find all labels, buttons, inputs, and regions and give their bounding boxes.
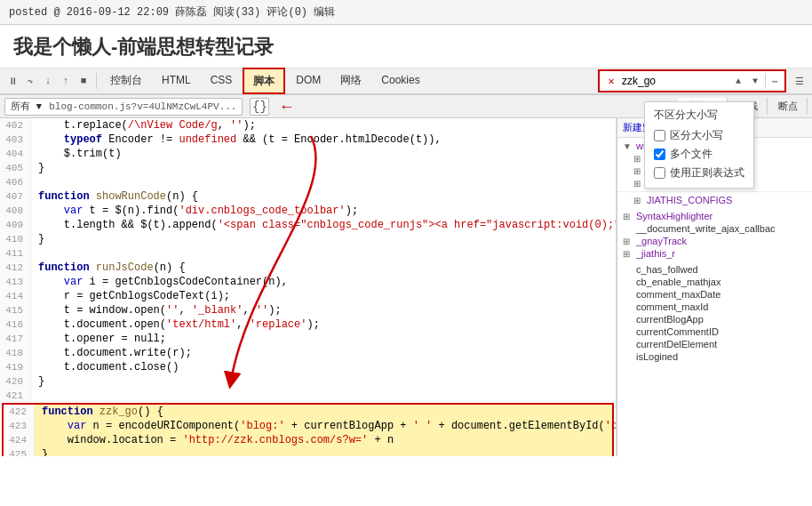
- code-line-406: 406: [0, 175, 616, 189]
- code-line-402: 402 t.replace(/\nView Code/g, '');: [0, 118, 616, 133]
- settings-icon[interactable]: ☰: [792, 73, 808, 89]
- search-options-dropdown: 不区分大小写 区分大小写 多个文件 使用正则表达式: [644, 101, 754, 189]
- var-name: comment_maxDate: [636, 289, 720, 300]
- code-line-403: 403 typeof Encoder != undefined && (t = …: [0, 133, 616, 147]
- search-options-btn[interactable]: ⋯: [765, 73, 781, 89]
- search-prev-btn[interactable]: ▲: [731, 74, 745, 88]
- blog-title: 我是个懒人-前端思想转型记录: [13, 34, 799, 60]
- var-chasfollwed[interactable]: ⊞ c_has_follwed: [617, 263, 812, 276]
- search-options-title: 不区分大小写: [654, 108, 744, 126]
- file-dropdown[interactable]: 所有 ▼: [11, 100, 42, 113]
- var-currentblogapp[interactable]: ⊞ currentBlogApp: [617, 313, 812, 325]
- var-name: currentBlogApp: [636, 314, 704, 325]
- step-out-icon[interactable]: ↑: [58, 73, 74, 89]
- var-commentmaxid[interactable]: ⊞ comment_maxId: [617, 301, 812, 313]
- var-jiathis-r[interactable]: ⊞ _jiathis_r: [617, 247, 812, 260]
- var-name: c_has_follwed: [636, 264, 698, 275]
- code-line-422: 422 function zzk_go() {: [4, 405, 612, 419]
- var-name: __document_write_ajax_callbac: [636, 223, 776, 234]
- tab-network[interactable]: 网络: [331, 68, 370, 94]
- expand-icon: ▼: [623, 141, 633, 151]
- code-line-417: 417 t.opener = null;: [0, 332, 616, 346]
- var-docwrite[interactable]: ⊞ __document_write_ajax_callbac: [617, 222, 812, 235]
- code-line-418: 418 t.document.write(r);: [0, 346, 616, 360]
- blog-title-area: 我是个懒人-前端思想转型记录: [0, 25, 812, 68]
- divider-1: [96, 73, 97, 89]
- case-sensitive-label: 区分大小写: [670, 128, 723, 143]
- code-line-415: 415 t = window.open('', '_blank', '');: [0, 303, 616, 317]
- format-button[interactable]: {}: [250, 98, 269, 116]
- code-line-420: 420 }: [0, 374, 616, 389]
- regex-option[interactable]: 使用正则表达式: [654, 164, 744, 182]
- var-name: currentDelElement: [636, 339, 717, 349]
- multi-file-checkbox[interactable]: [654, 149, 665, 160]
- expand-icon: ⊞: [623, 249, 633, 259]
- tab-css[interactable]: CSS: [202, 68, 242, 94]
- var-syntaxhighlighter[interactable]: ⊞ SyntaxHighlighter: [617, 210, 812, 222]
- code-line-407: 407 function showRunCode(n) {: [0, 189, 616, 204]
- code-line-424: 424 window.location = 'http://zzk.cnblog…: [4, 433, 612, 447]
- var-jiathis[interactable]: ⊞ JIATHIS_CONFIGS: [617, 194, 812, 206]
- code-line-405: 405 }: [0, 161, 616, 175]
- var-name: currentCommentID: [636, 326, 719, 337]
- code-line-408: 408 var t = $(n).find('div.cnblogs_code_…: [0, 204, 616, 218]
- code-line-404: 404 $.trim(t): [0, 147, 616, 161]
- tab-html[interactable]: HTML: [153, 68, 200, 94]
- code-line-413: 413 var i = getCnblogsCodeContainer(n),: [0, 275, 616, 289]
- expand-icon: ⊞: [633, 154, 644, 164]
- expand-icon: ⊞: [623, 212, 633, 221]
- arrow-indicator: ←: [282, 98, 291, 116]
- top-bar: posted @ 2016-09-12 22:09 薛陈磊 阅读(33) 评论(…: [0, 0, 812, 25]
- stop-icon[interactable]: ■: [76, 73, 92, 89]
- case-sensitive-checkbox[interactable]: [654, 130, 665, 141]
- var-gnaytrack[interactable]: ⊞ _gnayTrack: [617, 235, 812, 247]
- code-line-414: 414 r = getCnblogsCodeText(i);: [0, 289, 616, 303]
- search-next-btn[interactable]: ▼: [748, 74, 762, 88]
- search-input[interactable]: [622, 75, 728, 87]
- code-line-423: 423 var n = encodeURIComponent('blog:' +…: [4, 419, 612, 433]
- devtools-toolbar: ⏸ ↷ ↓ ↑ ■ 控制台 HTML CSS 脚本 DOM 网络 Cookies…: [0, 68, 812, 95]
- expand-icon: ⊞: [623, 237, 633, 246]
- pause-icon[interactable]: ⏸: [4, 73, 20, 89]
- code-line-416: 416 t.document.open('text/html', 'replac…: [0, 317, 616, 332]
- code-line-409: 409 t.length && $(t).append('<span class…: [0, 218, 616, 232]
- var-name: _jiathis_r: [636, 248, 675, 259]
- multi-file-label: 多个文件: [670, 147, 712, 162]
- tab-cookies[interactable]: Cookies: [372, 68, 428, 94]
- var-currentdelelement[interactable]: ⊞ currentDelElement: [617, 338, 812, 350]
- step-into-icon[interactable]: ↓: [40, 73, 56, 89]
- var-commentmaxdate[interactable]: ⊞ comment_maxDate: [617, 288, 812, 301]
- var-mathjax[interactable]: ⊞ cb_enable_mathjax: [617, 276, 812, 288]
- step-over-icon[interactable]: ↷: [22, 73, 38, 89]
- var-currentcommentid[interactable]: ⊞ currentCommentID: [617, 325, 812, 338]
- tab-dom[interactable]: DOM: [287, 68, 330, 94]
- code-line-410: 410 }: [0, 232, 616, 246]
- file-path[interactable]: 所有 ▼ blog-common.js?v=4UlNMzCwL4PV...: [4, 98, 243, 116]
- var-name: _gnayTrack: [636, 236, 687, 246]
- post-info: posted @ 2016-09-12 22:09 薛陈磊 阅读(33) 评论(…: [9, 4, 335, 20]
- code-line-419: 419 t.document.close(): [0, 360, 616, 374]
- var-name: comment_maxId: [636, 301, 708, 312]
- regex-label: 使用正则表达式: [670, 165, 744, 181]
- tab-script[interactable]: 脚本: [243, 68, 285, 94]
- expand-icon: ⊞: [633, 166, 644, 176]
- file-name: blog-common.js?v=4UlNMzCwL4PV...: [49, 101, 236, 112]
- var-name: SyntaxHighlighter: [636, 211, 712, 221]
- regex-checkbox[interactable]: [654, 167, 665, 179]
- var-islogined[interactable]: ⊞ isLogined: [617, 350, 812, 363]
- expand-icon: ⊞: [633, 196, 644, 205]
- breakpoint-tab[interactable]: 断点: [769, 98, 808, 115]
- var-name: cb_enable_mathjax: [636, 277, 720, 287]
- var-name: isLogined: [636, 351, 678, 362]
- code-line-425: 425 }: [4, 447, 612, 456]
- code-line-412: 412 function runJsCode(n) {: [0, 261, 616, 275]
- code-line-421: 421: [0, 389, 616, 403]
- expand-icon: ⊞: [633, 179, 644, 189]
- var-name: JIATHIS_CONFIGS: [647, 195, 732, 205]
- code-line-411: 411: [0, 246, 616, 261]
- tab-console[interactable]: 控制台: [101, 68, 151, 94]
- code-panel[interactable]: 402 t.replace(/\nView Code/g, ''); 403 t…: [0, 118, 617, 456]
- case-sensitive-option[interactable]: 区分大小写: [654, 126, 744, 145]
- close-search-icon[interactable]: ✕: [603, 73, 619, 89]
- multi-file-option[interactable]: 多个文件: [654, 145, 744, 164]
